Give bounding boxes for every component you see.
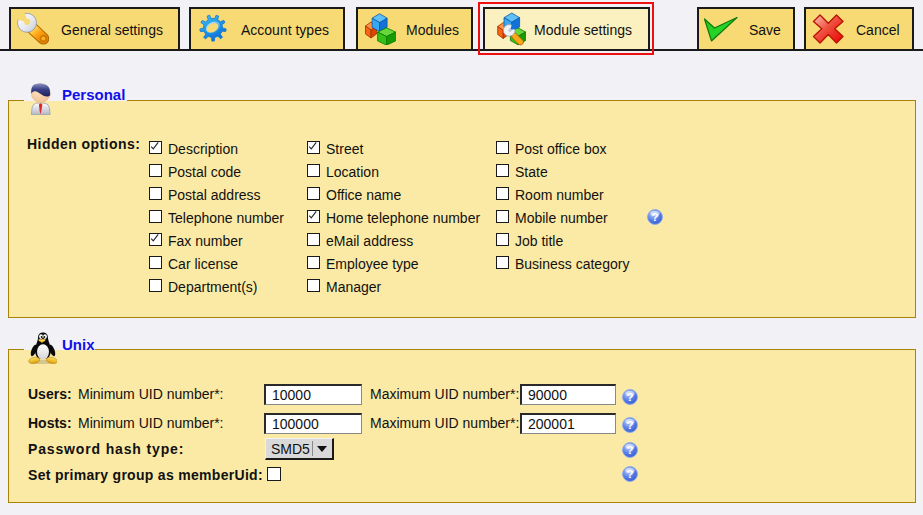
svg-text:?: ? bbox=[626, 390, 633, 403]
svg-text:?: ? bbox=[651, 210, 658, 223]
svg-text:?: ? bbox=[626, 443, 633, 456]
svg-text:?: ? bbox=[626, 418, 633, 431]
svg-text:?: ? bbox=[626, 467, 633, 480]
